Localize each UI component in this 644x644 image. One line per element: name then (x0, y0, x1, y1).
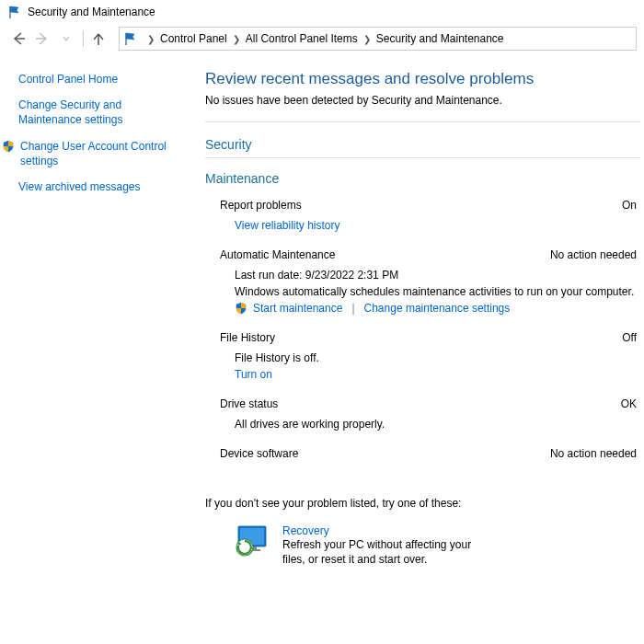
recent-dropdown-icon[interactable] (55, 28, 77, 50)
device-software-row: Device software No action needed (220, 447, 637, 460)
item-label: Report problems (220, 199, 302, 212)
drive-status-desc: All drives are working properly. (235, 416, 637, 432)
last-run-text: Last run date: 9/23/2022 2:31 PM (235, 267, 637, 283)
title-bar: Security and Maintenance (0, 0, 644, 22)
sidebar-change-security-link[interactable]: Change Security and Maintenance settings (18, 98, 183, 127)
breadcrumb-item[interactable]: Security and Maintenance (376, 32, 504, 45)
breadcrumb-item[interactable]: All Control Panel Items (246, 32, 358, 45)
status-message: No issues have been detected by Security… (205, 94, 644, 107)
item-label: Device software (220, 447, 298, 460)
shield-icon (235, 302, 247, 315)
item-status: No action needed (550, 248, 637, 261)
page-heading: Review recent messages and resolve probl… (205, 70, 644, 88)
chevron-right-icon[interactable]: ❯ (233, 34, 240, 44)
file-history-desc: File History is off. (235, 350, 637, 366)
back-button[interactable] (7, 28, 29, 50)
maintenance-section-header[interactable]: Maintenance (205, 167, 644, 195)
view-reliability-link[interactable]: View reliability history (235, 219, 340, 232)
address-bar[interactable]: ❯ Control Panel ❯ All Control Panel Item… (119, 27, 637, 51)
item-label: Drive status (220, 397, 278, 410)
item-status: OK (621, 397, 637, 410)
change-maint-settings-link[interactable]: Change maintenance settings (364, 300, 511, 316)
item-status: On (622, 199, 637, 212)
recovery-link[interactable]: Recovery (282, 524, 485, 537)
recovery-desc: Refresh your PC without affecting your f… (282, 537, 485, 567)
breadcrumb-item[interactable]: Control Panel (160, 32, 227, 45)
flag-icon (7, 5, 22, 19)
forward-button[interactable] (31, 28, 53, 50)
file-history-row: File History Off (220, 331, 637, 344)
main-content: Review recent messages and resolve probl… (189, 55, 644, 644)
sidebar-view-archived-link[interactable]: View archived messages (18, 179, 183, 194)
flag-icon (123, 31, 138, 46)
chevron-right-icon[interactable]: ❯ (363, 34, 371, 44)
chevron-right-icon[interactable]: ❯ (147, 34, 155, 44)
window-title: Security and Maintenance (28, 6, 155, 18)
divider (205, 121, 640, 122)
recovery-row: Recovery Refresh your PC without affecti… (235, 524, 644, 567)
item-status: No action needed (550, 447, 637, 460)
pipe-separator: | (351, 300, 354, 316)
sidebar-change-uac-link[interactable]: Change User Account Control settings (20, 139, 183, 168)
item-label: File History (220, 331, 275, 344)
sidebar-home-link[interactable]: Control Panel Home (18, 72, 183, 86)
start-maintenance-link[interactable]: Start maintenance (253, 300, 342, 316)
recovery-icon (235, 524, 271, 558)
drive-status-row: Drive status OK (220, 397, 637, 410)
nav-bar: ❯ Control Panel ❯ All Control Panel Item… (0, 22, 644, 55)
item-status: Off (622, 331, 637, 344)
report-problems-row: Report problems On (220, 199, 637, 212)
shield-icon (2, 140, 15, 153)
footer-prompt: If you don't see your problem listed, tr… (205, 497, 644, 510)
file-history-turn-on-link[interactable]: Turn on (235, 368, 272, 381)
security-section-header[interactable]: Security (205, 132, 640, 158)
up-button[interactable] (87, 28, 109, 50)
sidebar: Control Panel Home Change Security and M… (0, 55, 189, 644)
auto-maintenance-row: Automatic Maintenance No action needed (220, 248, 637, 261)
nav-separator (83, 30, 84, 47)
auto-maint-desc: Windows automatically schedules maintena… (235, 283, 637, 300)
item-label: Automatic Maintenance (220, 248, 335, 261)
